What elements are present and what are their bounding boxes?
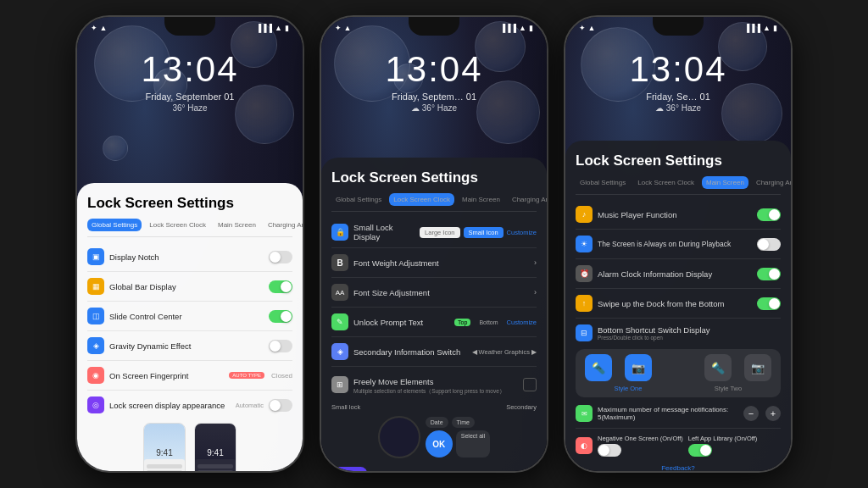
style-one-label[interactable]: Style One [581, 385, 676, 392]
label-fingerprint: On Screen Fingerprint [109, 371, 224, 380]
neg-screen-right: Left App Library (On/Off) [688, 435, 758, 457]
feedback-link[interactable]: Feedback? [576, 464, 781, 471]
row-font-size: AA Font Size Adjustment › [331, 280, 537, 305]
label-global-bar: Global Bar Display [109, 282, 264, 291]
btn-reset[interactable]: Reset [331, 467, 367, 471]
lock-weather-2: ☁ 36° Haze [321, 103, 547, 113]
tab-mainscreen-3[interactable]: Main Screen [702, 176, 748, 189]
tab-charging-2[interactable]: Charging Animation [508, 193, 547, 206]
counter-plus[interactable]: + [765, 406, 781, 421]
label-freely-move: Freely Move Elements [353, 377, 434, 386]
tab-mainscreen-2[interactable]: Main Screen [458, 193, 504, 206]
phone-2-screen: ✦ ▲ ▐▐▐ ▲ ▮ 13:04 Friday, Septem… 01 ☁ 3… [321, 17, 547, 471]
tab-global-2[interactable]: Global Settings [331, 193, 386, 206]
icon-font-size: AA [331, 284, 348, 301]
thumb-row-dark [198, 470, 233, 471]
row-global-bar: ▦ Global Bar Display [87, 274, 292, 299]
theme-previews: 9:41 Light Color ✓ [87, 423, 292, 471]
dial-circle[interactable] [378, 416, 420, 458]
icon-swipe-dock: ↑ [576, 295, 593, 312]
label-appearance: Lock screen display appearance [109, 401, 231, 410]
toggle-music[interactable] [757, 208, 781, 221]
status-wifi: ▲ [275, 24, 282, 32]
row-swipe-dock: ↑ Swipe up the Dock from the Bottom [576, 291, 781, 316]
notch-2 [409, 17, 459, 36]
tab-charging-1[interactable]: Charging Animation [264, 219, 303, 231]
row-gravity: ◈ Gravity Dynamic Effect [87, 333, 292, 358]
row-unlock-prompt: ✎ Unlock Prompt Text Top Bottom Customiz… [331, 309, 537, 335]
label-font-weight: Font Weight Adjustment [353, 258, 529, 268]
theme-dark[interactable]: 9:41 Dark [194, 423, 236, 471]
bubble [103, 136, 128, 161]
divider [331, 366, 537, 367]
row-appearance: ◎ Lock screen display appearance Automat… [87, 392, 292, 418]
appearance-auto: Automatic [236, 402, 264, 409]
lock-time-2: 13:04 [321, 49, 547, 90]
label-max-notif: Maximum number of message notifications:… [598, 406, 738, 421]
thumb-panel-dark [195, 459, 236, 471]
tab-lockscreen-1[interactable]: Lock Screen Clock [145, 219, 210, 231]
opt-small-icon[interactable]: Small Icon [464, 227, 504, 238]
icon-neg-screen: ◐ [576, 437, 593, 454]
toggle-slide-control[interactable] [269, 310, 292, 323]
row-neg-screen: ◐ Negative One Screen (On/Off) Left App … [576, 430, 781, 461]
lock-clock-3: 13:04 Friday, Se… 01 ☁ 36° Haze [565, 49, 791, 113]
lock-date-2: Friday, Septem… 01 [321, 92, 547, 102]
panel-title-3: Lock Screen Settings [576, 152, 781, 169]
secondary-sub: ◀ Weather Graphics ▶ [472, 348, 537, 356]
shortcut-btn-camera[interactable]: 📷 [625, 354, 652, 381]
shortcut-btn-camera-2[interactable]: 📷 [744, 354, 771, 381]
toggle-appearance[interactable] [269, 399, 292, 412]
move-square [523, 378, 537, 391]
shortcut-btn-flashlight-2[interactable]: 🔦 [704, 354, 732, 381]
status-battery-2: ▮ [529, 24, 533, 32]
theme-light[interactable]: 9:41 Light Color ✓ [143, 423, 186, 471]
tab-mainscreen-1[interactable]: Main Screen [214, 219, 260, 231]
divider [576, 318, 781, 319]
toggle-swipe-dock[interactable] [757, 297, 781, 310]
toggle-gravity[interactable] [269, 340, 292, 352]
counter-minus[interactable]: − [743, 406, 759, 421]
tab-charging-3[interactable]: Charging Animation [752, 176, 791, 189]
dial-area: Date Time OK Select all [331, 414, 537, 460]
toggle-display-notch[interactable] [269, 251, 292, 263]
divider [87, 390, 292, 391]
btn-ok[interactable]: OK [426, 430, 453, 458]
lock-clock-2: 13:04 Friday, Septem… 01 ☁ 36° Haze [321, 49, 547, 113]
opt-customize[interactable]: Customize [507, 229, 537, 236]
icon-options: Large Icon Small Icon Customize [420, 227, 537, 238]
neg-screen-left: Negative One Screen (On/Off) [598, 435, 683, 457]
row-small-lock: 🔒 Small Lock Display Large Icon Small Ic… [331, 219, 537, 246]
opt-large-icon[interactable]: Large Icon [420, 227, 459, 238]
badge-customize[interactable]: Customize [507, 319, 537, 326]
label-small-lock: Small Lock Display [353, 223, 415, 241]
style-two-label[interactable]: Style Two [681, 385, 776, 392]
theme-thumb-light: 9:41 [143, 423, 186, 471]
btn-select-all[interactable]: Select all [456, 430, 490, 458]
tab-global-1[interactable]: Global Settings [87, 219, 142, 231]
row-secondary-info: ◈ Secondary Information Switch ◀ Weather… [331, 339, 537, 364]
tab-lockscreen-3[interactable]: Lock Screen Clock [633, 176, 698, 189]
row-freely-move: ⊞ Freely Move Elements Multiple selectio… [331, 369, 537, 400]
tab-global-3[interactable]: Global Settings [576, 176, 630, 189]
status-bt-2: ✦ ▲ [335, 24, 351, 32]
status-right-2: ▐▐▐ ▲ ▮ [500, 24, 533, 32]
toggle-left-app[interactable] [688, 444, 712, 457]
shortcut-styles: Style One Style Two [581, 385, 776, 392]
shortcut-btn-flashlight[interactable]: 🔦 [585, 354, 612, 381]
row-music-player: ♪ Music Player Function [576, 202, 781, 227]
freely-move-sub: Multiple selection of elements（Support l… [353, 388, 518, 396]
status-battery: ▮ [285, 24, 289, 32]
tab-lockscreen-2[interactable]: Lock Screen Clock [389, 193, 454, 206]
status-battery-3: ▮ [773, 24, 777, 32]
btn-time[interactable]: Time [452, 417, 475, 428]
toggle-neg-screen[interactable] [598, 444, 621, 457]
toggle-alarm[interactable] [757, 268, 781, 280]
toggle-global-bar[interactable] [269, 280, 292, 293]
dial-label-small-lock: Small lock [331, 403, 360, 411]
label-screen-on: The Screen is Always on During Playback [598, 240, 752, 248]
btn-date[interactable]: Date [426, 417, 448, 428]
status-bt-3: ✦ ▲ [579, 24, 595, 32]
toggle-screen-on[interactable] [757, 238, 781, 251]
phone-3-screen: ✦ ▲ ▐▐▐ ▲ ▮ 13:04 Friday, Se… 01 ☁ 36° H… [565, 17, 791, 471]
